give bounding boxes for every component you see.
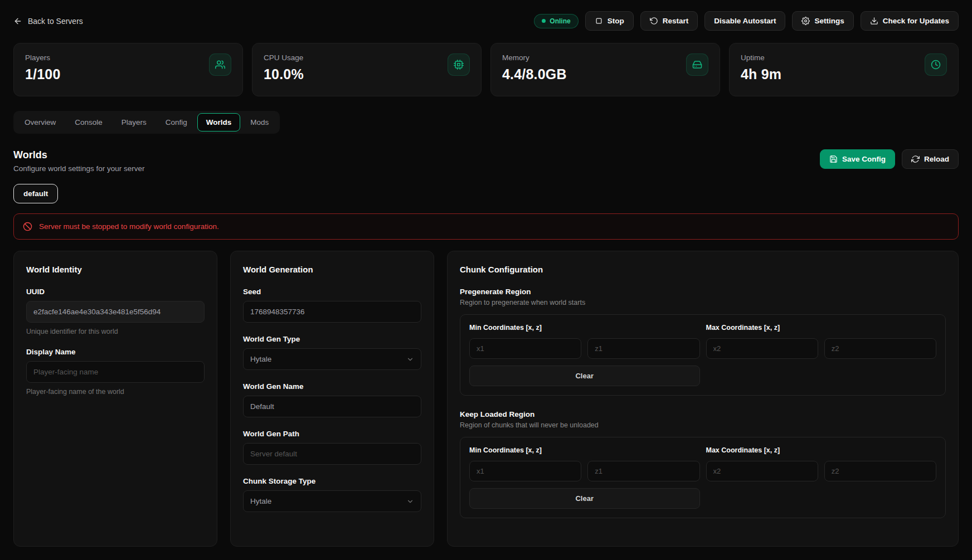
keep-loaded-region-section: Keep Loaded Region Region of chunks that… [460,410,946,518]
seed-label: Seed [243,288,421,296]
world-gen-type-select[interactable]: Hytale [243,348,421,370]
seed-field-group: Seed [243,288,421,323]
tab-bar: Overview Console Players Config Worlds M… [13,111,280,134]
panel-title: World Identity [26,265,205,274]
keep-loaded-region-title: Keep Loaded Region [460,410,946,418]
cpu-stat-card: CPU Usage 10.0% [252,43,482,96]
cpu-icon [448,53,470,76]
restart-icon [650,17,658,25]
ban-icon [23,222,32,231]
disable-autostart-button[interactable]: Disable Autostart [704,11,785,31]
pregenerate-x2-input[interactable] [706,338,818,359]
pregenerate-coord-box: Min Coordinates [x, z] Max Coordinates [… [460,314,946,396]
min-coordinates-label: Min Coordinates [x, z] [469,446,700,454]
back-label: Back to Servers [28,17,83,26]
panel-title: World Generation [243,265,421,274]
chevron-down-icon [406,356,414,363]
stat-label: CPU Usage [264,53,304,62]
world-gen-path-label: World Gen Path [243,430,421,438]
tab-players[interactable]: Players [113,113,155,132]
panels-grid: World Identity UUID Unique identifier fo… [13,251,959,547]
chunk-storage-type-label: Chunk Storage Type [243,477,421,485]
uuid-label: UUID [26,288,205,296]
tab-worlds[interactable]: Worlds [197,113,241,132]
reload-icon [911,155,920,163]
keep-loaded-x1-input[interactable] [469,461,581,481]
download-icon [870,17,878,25]
chunk-storage-type-field-group: Chunk Storage Type Hytale [243,477,421,512]
pregenerate-region-section: Pregenerate Region Region to pregenerate… [460,288,946,396]
display-name-input[interactable] [26,361,205,383]
panel-world-generation: World Generation Seed World Gen Type Hyt… [230,251,434,547]
seed-input[interactable] [243,301,421,323]
max-coordinates-label: Max Coordinates [x, z] [706,446,937,454]
keep-loaded-z2-input[interactable] [824,461,936,481]
worlds-actions: Save Config Reload [820,149,959,169]
clock-icon [925,53,947,76]
max-coordinates-label: Max Coordinates [x, z] [706,324,937,332]
stats-row: Players 1/100 CPU Usage 10.0% Memory 4.4… [13,43,959,96]
gear-icon [801,17,810,25]
tab-overview[interactable]: Overview [16,113,65,132]
alert-banner: Server must be stopped to modify world c… [13,213,959,240]
chunk-storage-type-select[interactable]: Hytale [243,490,421,512]
save-config-button[interactable]: Save Config [820,149,895,169]
keep-loaded-z1-input[interactable] [587,461,699,481]
players-stat-card: Players 1/100 [13,43,243,96]
world-gen-name-field-group: World Gen Name [243,382,421,417]
reload-button[interactable]: Reload [902,149,959,169]
chevron-down-icon [406,498,414,505]
pregenerate-region-title: Pregenerate Region [460,288,946,296]
users-icon [209,53,231,76]
world-gen-path-input[interactable] [243,443,421,465]
check-updates-button[interactable]: Check for Updates [861,11,959,31]
uuid-field-group: UUID Unique identifier for this world [26,288,205,335]
stop-button[interactable]: Stop [585,11,634,31]
world-gen-name-input[interactable] [243,396,421,417]
keep-loaded-x2-input[interactable] [706,461,818,481]
pregenerate-x1-input[interactable] [469,338,581,359]
alert-text: Server must be stopped to modify world c… [39,222,219,231]
page-subtitle: Configure world settings for your server [13,164,145,173]
worlds-section-header: Worlds Configure world settings for your… [13,149,959,173]
display-name-help-text: Player-facing name of the world [26,388,205,396]
keep-loaded-clear-button[interactable]: Clear [469,488,700,509]
world-gen-name-label: World Gen Name [243,382,421,391]
tab-console[interactable]: Console [66,113,111,132]
world-gen-type-label: World Gen Type [243,335,421,343]
stat-value: 1/100 [25,66,61,82]
world-gen-type-field-group: World Gen Type Hytale [243,335,421,370]
restart-button[interactable]: Restart [640,11,698,31]
panel-world-identity: World Identity UUID Unique identifier fo… [13,251,217,547]
online-dot-icon [542,19,546,23]
back-to-servers-button[interactable]: Back to Servers [13,17,83,26]
save-icon [829,155,838,163]
pregenerate-clear-button[interactable]: Clear [469,366,700,386]
pregenerate-z2-input[interactable] [824,338,936,359]
panel-title: Chunk Configuration [460,265,946,274]
display-name-label: Display Name [26,348,205,356]
stat-label: Memory [502,53,567,62]
tab-mods[interactable]: Mods [241,113,278,132]
topbar: Back to Servers Online Stop Restart Di [13,0,959,38]
status-badge: Online [534,14,578,28]
panel-chunk-configuration: Chunk Configuration Pregenerate Region R… [447,251,959,547]
pregenerate-region-subtitle: Region to pregenerate when world starts [460,299,946,306]
tab-config[interactable]: Config [157,113,196,132]
min-coordinates-label: Min Coordinates [x, z] [469,324,700,332]
world-chip-default[interactable]: default [13,184,58,203]
stat-value: 4h 9m [741,66,781,82]
status-label: Online [550,17,570,25]
keep-loaded-region-subtitle: Region of chunks that will never be unlo… [460,421,946,429]
stat-value: 10.0% [264,66,304,82]
stat-label: Players [25,53,61,62]
settings-button[interactable]: Settings [792,11,853,31]
stat-value: 4.4/8.0GB [502,66,567,82]
world-list: default [13,184,959,203]
uptime-stat-card: Uptime 4h 9m [729,43,959,96]
uuid-input[interactable] [26,301,205,323]
server-detail-page: Back to Servers Online Stop Restart Di [0,0,972,560]
world-gen-path-field-group: World Gen Path [243,430,421,465]
pregenerate-z1-input[interactable] [587,338,699,359]
stop-square-icon [595,17,603,25]
